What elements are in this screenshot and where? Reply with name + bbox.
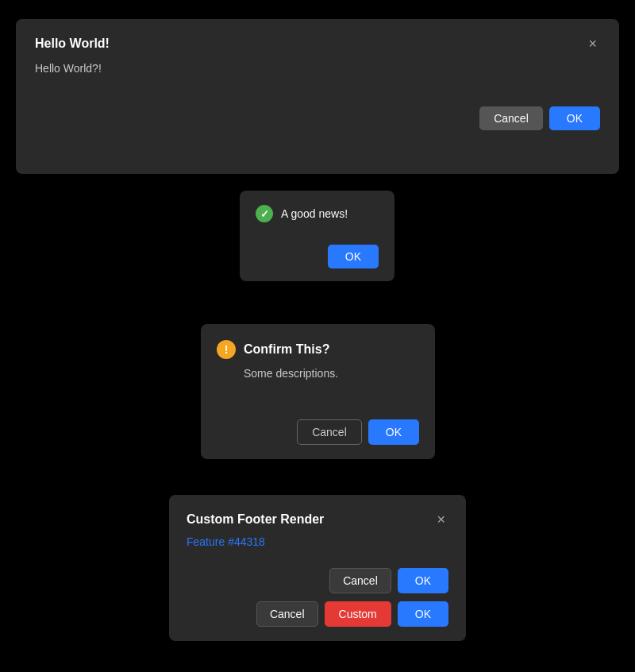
dialog-4-cancel-button-row2[interactable]: Cancel [256,601,318,627]
dialog-4-ok-button-row2[interactable]: OK [398,601,448,627]
dialog-1-footer: Cancel OK [35,106,600,130]
dialog-hello-world: Hello World! × Hello World?! Cancel OK [16,19,619,174]
dialog-3-footer: Cancel OK [217,419,419,445]
dialog-1-cancel-button[interactable]: Cancel [479,106,543,130]
dialog-good-news: A good news! OK [240,191,394,281]
dialog-1-body: Hello World?! [35,62,600,75]
dialog-4-title: Custom Footer Render [187,512,324,527]
dialog-2-footer: OK [256,245,379,268]
dialog-confirm: Confirm This? Some descriptions. Cancel … [201,324,435,459]
dialog-4-header: Custom Footer Render × [187,511,448,528]
dialog-1-ok-button[interactable]: OK [549,106,600,130]
dialog-2-header: A good news! [256,205,379,222]
dialog-1-close-button[interactable]: × [585,35,600,52]
dialog-3-header: Confirm This? [217,340,419,359]
dialog-3-cancel-button[interactable]: Cancel [297,419,362,445]
dialog-3-title: Confirm This? [244,342,329,357]
dialog-2-title: A good news! [281,207,348,220]
dialog-2-ok-button[interactable]: OK [328,245,379,268]
dialog-3-body: Some descriptions. [244,367,419,380]
dialog-custom-footer: Custom Footer Render × Feature #44318 Ca… [169,495,466,641]
dialog-4-feature-link[interactable]: Feature #44318 [187,535,265,548]
warning-icon [217,340,236,359]
dialog-1-title: Hello World! [35,37,110,51]
dialog-4-footer-row2: Cancel Custom OK [187,601,448,627]
dialog-3-ok-button[interactable]: OK [368,419,419,445]
dialog-4-close-button[interactable]: × [433,511,448,528]
dialog-1-header: Hello World! × [35,35,600,52]
dialog-4-footer-row1: Cancel OK [187,568,448,593]
dialog-4-cancel-button-row1[interactable]: Cancel [329,568,391,593]
success-icon [256,205,273,222]
dialog-4-custom-button[interactable]: Custom [325,601,391,627]
dialog-4-ok-button-row1[interactable]: OK [398,568,448,593]
